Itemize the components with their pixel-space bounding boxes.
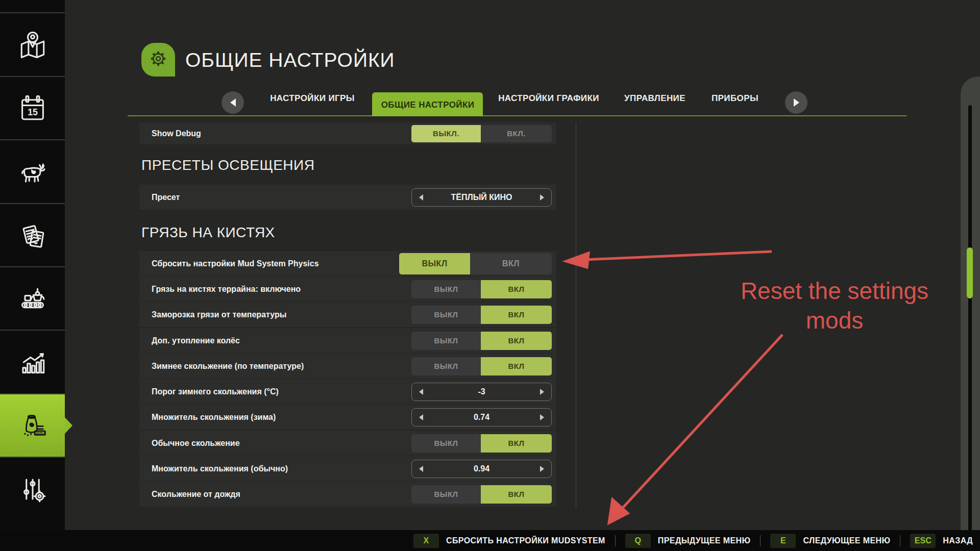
settings-row: Грязь на кистях террайна: включеноВЫКЛВК… xyxy=(139,277,556,302)
setting-label: Пресет xyxy=(152,193,180,202)
page-title: ОБЩИЕ НАСТРОЙКИ xyxy=(185,49,395,71)
footer-hotkey-bar: XСБРОСИТЬ НАСТРОЙКИ MUDSYSTEMQПРЕДЫДУЩЕЕ… xyxy=(0,530,980,551)
hotkey-e[interactable]: E xyxy=(770,534,796,548)
scrollbar-track[interactable] xyxy=(968,105,972,531)
setting-label: Show Debug xyxy=(152,129,201,138)
toggle-option-on[interactable]: ВКЛ xyxy=(481,357,552,375)
documents-icon xyxy=(15,218,50,253)
sidebar-item-settings[interactable] xyxy=(0,457,65,520)
settings-row: Сбросить настройки Mud System PhysicsВЫК… xyxy=(139,251,556,276)
scrollbar-thumb[interactable] xyxy=(967,247,973,298)
stats-icon xyxy=(15,345,50,380)
selector-prev-icon[interactable] xyxy=(419,466,423,472)
hotkey-label: СБРОСИТЬ НАСТРОЙКИ MUDSYSTEM xyxy=(446,536,605,545)
cow-icon xyxy=(15,155,50,189)
toggle-option-off[interactable]: ВЫКЛ xyxy=(399,253,470,274)
toggle-option-off[interactable]: ВЫКЛ. xyxy=(411,125,481,142)
toggle-on[interactable]: ВЫКЛВКЛ xyxy=(411,357,552,375)
toggle-on[interactable]: ВЫКЛВКЛ xyxy=(411,332,552,350)
settings-row: Show DebugВЫКЛ.ВКЛ. xyxy=(139,122,556,144)
setting-label: Множитель скольжения (зима) xyxy=(152,413,276,422)
toggle-option-off[interactable]: ВЫКЛ xyxy=(411,306,481,324)
selector-value: 0.74 xyxy=(474,413,489,422)
toggle-option-off[interactable]: ВЫКЛ xyxy=(411,357,481,375)
selector-prev-icon[interactable] xyxy=(419,414,423,420)
production-icon xyxy=(15,281,50,316)
hotkey-label: НАЗАД xyxy=(943,536,973,545)
toggle-option-off[interactable]: ВЫКЛ xyxy=(411,280,481,298)
annotation-text: Reset the settings mods xyxy=(722,277,947,335)
tab-3[interactable]: НАСТРОЙКИ ГРАФИКИ xyxy=(498,93,599,104)
value-selector[interactable]: -3 xyxy=(411,383,552,401)
selector-next-icon[interactable] xyxy=(540,466,544,472)
toggle-on[interactable]: ВЫКЛВКЛ xyxy=(411,485,552,504)
general-settings-screen: 15 xyxy=(0,0,980,551)
toggle-on[interactable]: ВЫКЛВКЛ xyxy=(411,280,552,298)
toggle-option-off[interactable]: ВЫКЛ xyxy=(411,434,481,453)
settings-row: Множитель скольжения (обычно)0.94 xyxy=(139,456,556,481)
value-selector[interactable]: 0.94 xyxy=(411,460,552,478)
hotkey-label: СЛЕДУЮЩЕЕ МЕНЮ xyxy=(803,536,890,545)
annotation-line2: mods xyxy=(722,306,947,336)
tab-1[interactable]: НАСТРОЙКИ ИГРЫ xyxy=(270,93,355,104)
toggle-option-off[interactable]: ВЫКЛ xyxy=(411,332,481,350)
setting-label: Доп. утопление колёс xyxy=(152,336,240,345)
selector-value: ТЁПЛЫЙ КИНО xyxy=(451,193,512,202)
sidebar: 15 xyxy=(0,0,65,551)
toggle-on[interactable]: ВЫКЛВКЛ xyxy=(411,306,552,324)
seed-bag-icon: 12345 L xyxy=(15,408,50,443)
hotkey-q[interactable]: Q xyxy=(625,534,651,548)
hotkey-label: ПРЕДЫДУЩЕЕ МЕНЮ xyxy=(658,536,751,545)
sidebar-item-statistics[interactable] xyxy=(0,330,65,393)
toggle-option-on[interactable]: ВКЛ xyxy=(481,332,552,350)
sidebar-item-animals[interactable] xyxy=(0,139,65,203)
value-selector[interactable]: ТЁПЛЫЙ КИНО xyxy=(411,188,552,207)
hotkey-esc[interactable]: ESC xyxy=(910,534,936,548)
sliders-icon xyxy=(15,472,50,507)
sidebar-item-contracts[interactable] xyxy=(0,203,65,266)
settings-row: Обычное скольжениеВЫКЛВКЛ xyxy=(139,431,556,456)
selector-next-icon[interactable] xyxy=(540,194,544,201)
setting-label: Сбросить настройки Mud System Physics xyxy=(152,259,319,268)
tabs-next-button[interactable] xyxy=(785,91,807,114)
setting-label: Порог зимнего скольжения (°C) xyxy=(152,387,279,396)
setting-label: Грязь на кистях террайна: включено xyxy=(152,285,301,294)
tab-2-active[interactable]: ОБЩИЕ НАСТРОЙКИ xyxy=(381,100,475,110)
toggle-option-on[interactable]: ВКЛ xyxy=(481,306,552,324)
selector-prev-icon[interactable] xyxy=(419,194,423,201)
toggle-option-on[interactable]: ВКЛ xyxy=(481,280,552,298)
page-title-badge xyxy=(141,43,175,77)
gear-icon xyxy=(147,47,169,72)
toggle-on[interactable]: ВЫКЛВКЛ xyxy=(411,434,552,453)
section-header: ГРЯЗЬ НА КИСТЯХ xyxy=(141,224,275,241)
value-selector[interactable]: 0.74 xyxy=(411,408,552,427)
selector-next-icon[interactable] xyxy=(540,389,544,395)
hotkey-x[interactable]: X xyxy=(413,534,439,548)
toggle-off[interactable]: ВЫКЛ.ВКЛ. xyxy=(411,125,552,142)
settings-row: Множитель скольжения (зима)0.74 xyxy=(139,405,556,430)
toggle-option-off[interactable]: ВЫКЛ xyxy=(411,485,481,504)
settings-row: Порог зимнего скольжения (°C)-3 xyxy=(139,379,556,404)
selector-prev-icon[interactable] xyxy=(419,389,423,395)
tabs-prev-button[interactable] xyxy=(222,91,244,114)
toggle-option-on[interactable]: ВКЛ xyxy=(481,434,552,453)
annotation-line1: Reset the settings xyxy=(722,277,947,306)
sidebar-item-production[interactable] xyxy=(0,266,65,330)
tab-4[interactable]: УПРАВЛЕНИЕ xyxy=(624,93,685,104)
settings-row: ПресетТЁПЛЫЙ КИНО xyxy=(139,185,556,210)
setting-label: Скольжение от дождя xyxy=(152,490,240,499)
sidebar-item-prices[interactable]: 12345 L xyxy=(0,393,65,457)
sidebar-item-calendar[interactable]: 15 xyxy=(0,76,65,139)
sidebar-item-map[interactable] xyxy=(0,12,65,76)
footer-divider xyxy=(760,535,761,546)
svg-text:12345 L: 12345 L xyxy=(34,431,46,435)
tab-5[interactable]: ПРИБОРЫ xyxy=(712,93,758,104)
settings-row: Скольжение от дождяВЫКЛВКЛ xyxy=(139,482,556,507)
toggle-option-on[interactable]: ВКЛ. xyxy=(481,125,552,142)
toggle-option-on[interactable]: ВКЛ xyxy=(481,485,552,504)
toggle-option-on[interactable]: ВКЛ xyxy=(470,253,552,274)
setting-label: Заморозка грязи от температуры xyxy=(152,310,286,319)
selector-next-icon[interactable] xyxy=(540,414,544,420)
chevron-left-icon xyxy=(230,98,236,107)
toggle-off[interactable]: ВЫКЛВКЛ xyxy=(399,253,552,274)
